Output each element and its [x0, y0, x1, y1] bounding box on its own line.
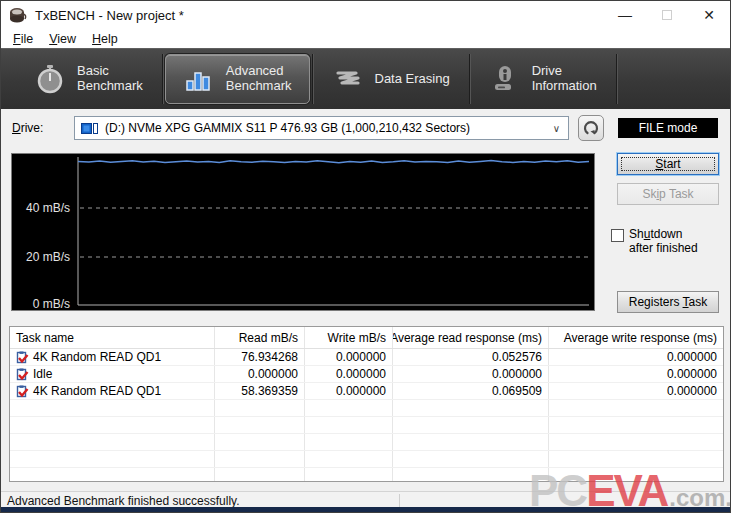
tab-label: Data Erasing — [375, 72, 450, 87]
table-row[interactable]: 4K Random READ QD1 58.369359 0.000000 0.… — [10, 383, 723, 400]
table-header-row: Task name Read mB/s Write mB/s Average r… — [10, 327, 723, 349]
write-value: 0.000000 — [305, 383, 393, 399]
ytick-20: 20 mB/s — [26, 250, 70, 264]
read-value: 76.934268 — [215, 349, 305, 365]
toolbar-separator — [469, 54, 470, 104]
status-separator — [399, 494, 400, 507]
read-value: 58.369359 — [215, 383, 305, 399]
benchmark-chart: 40 mB/s 20 mB/s 0 mB/s — [11, 153, 595, 311]
drive-icon — [81, 122, 98, 135]
table-row[interactable]: Idle 0.000000 0.000000 0.000000 0.000000 — [10, 366, 723, 383]
toolbar: BasicBenchmark AdvancedBenchmark Data Er… — [1, 48, 730, 109]
stopwatch-icon — [34, 63, 66, 95]
ytick-0: 0 mB/s — [33, 297, 70, 310]
task-icon — [16, 351, 29, 364]
menu-help[interactable]: Help — [84, 30, 126, 48]
tab-basic-benchmark[interactable]: BasicBenchmark — [17, 54, 160, 104]
avg-read-value: 0.069509 — [393, 383, 549, 399]
bar-chart-icon — [183, 63, 215, 95]
shutdown-after-finished-checkbox[interactable]: Shutdown after finished — [611, 227, 698, 256]
write-value: 0.000000 — [305, 366, 393, 382]
file-mode-button[interactable]: FILE mode — [618, 118, 718, 138]
app-icon — [9, 7, 27, 23]
task-name: Idle — [33, 367, 52, 381]
drive-label: Drive: — [12, 121, 43, 135]
task-results-table: Task name Read mB/s Write mB/s Average r… — [9, 326, 724, 482]
avg-write-value: 0.000000 — [549, 366, 723, 382]
registers-task-button[interactable]: Registers Task — [617, 291, 719, 313]
toolbar-separator — [616, 54, 617, 104]
maximize-button — [646, 1, 688, 29]
tab-drive-information[interactable]: DriveInformation — [472, 54, 614, 104]
title-bar: TxBENCH - New project * — ✕ — [1, 1, 730, 29]
avg-write-value: 0.000000 — [549, 349, 723, 365]
menu-view[interactable]: View — [41, 30, 84, 48]
avg-read-value: 0.052576 — [393, 349, 549, 365]
tab-label: AdvancedBenchmark — [226, 64, 292, 94]
empty-row — [10, 434, 723, 451]
table-row[interactable]: 4K Random READ QD1 76.934268 0.000000 0.… — [10, 349, 723, 366]
menu-file[interactable]: File — [5, 30, 41, 48]
ytick-40: 40 mB/s — [26, 201, 70, 215]
window-title: TxBENCH - New project * — [35, 8, 184, 23]
empty-row — [10, 468, 723, 482]
window-bottom-border — [1, 507, 730, 512]
drive-combo-value: (D:) NVMe XPG GAMMIX S11 P 476.93 GB (1,… — [105, 121, 470, 135]
tab-data-erasing[interactable]: Data Erasing — [315, 54, 467, 104]
write-value: 0.000000 — [305, 349, 393, 365]
maximize-icon — [662, 10, 672, 20]
task-icon — [16, 385, 29, 398]
drive-info-icon — [489, 63, 521, 95]
chevron-down-icon: ∨ — [553, 123, 560, 134]
refresh-icon — [583, 120, 599, 136]
task-icon — [16, 368, 29, 381]
read-value: 0.000000 — [215, 366, 305, 382]
col-task-name[interactable]: Task name — [10, 327, 215, 348]
minimize-icon: — — [618, 7, 632, 23]
close-button[interactable]: ✕ — [688, 1, 730, 29]
refresh-drives-button[interactable] — [578, 115, 604, 141]
tab-advanced-benchmark[interactable]: AdvancedBenchmark — [165, 54, 310, 104]
read-speed-line — [78, 160, 589, 162]
status-message: Advanced Benchmark finished successfully… — [1, 494, 240, 508]
col-read[interactable]: Read mB/s — [215, 327, 305, 348]
avg-read-value: 0.000000 — [393, 366, 549, 382]
avg-write-value: 0.000000 — [549, 383, 723, 399]
empty-row — [10, 451, 723, 468]
menu-bar: File View Help — [1, 29, 730, 48]
empty-row — [10, 400, 723, 417]
col-write[interactable]: Write mB/s — [305, 327, 393, 348]
eraser-icon — [332, 63, 364, 95]
skip-task-button: Skip Task — [617, 183, 719, 205]
col-avg-read[interactable]: Average read response (ms) — [393, 327, 549, 348]
tab-label: DriveInformation — [532, 64, 597, 94]
task-name: 4K Random READ QD1 — [33, 384, 161, 398]
toolbar-separator — [312, 54, 313, 104]
tab-label: BasicBenchmark — [77, 64, 143, 94]
empty-row — [10, 417, 723, 434]
minimize-button[interactable]: — — [604, 1, 646, 29]
start-button[interactable]: Start — [617, 153, 719, 175]
col-avg-write[interactable]: Average write response (ms) — [549, 327, 723, 348]
task-name: 4K Random READ QD1 — [33, 350, 161, 364]
app-window: TxBENCH - New project * — ✕ File View He… — [0, 0, 731, 513]
checkbox-icon[interactable] — [611, 229, 624, 242]
close-icon: ✕ — [703, 7, 715, 23]
drive-combobox[interactable]: (D:) NVMe XPG GAMMIX S11 P 476.93 GB (1,… — [74, 116, 569, 140]
shutdown-label: Shutdown after finished — [629, 227, 698, 256]
toolbar-separator — [162, 54, 163, 104]
